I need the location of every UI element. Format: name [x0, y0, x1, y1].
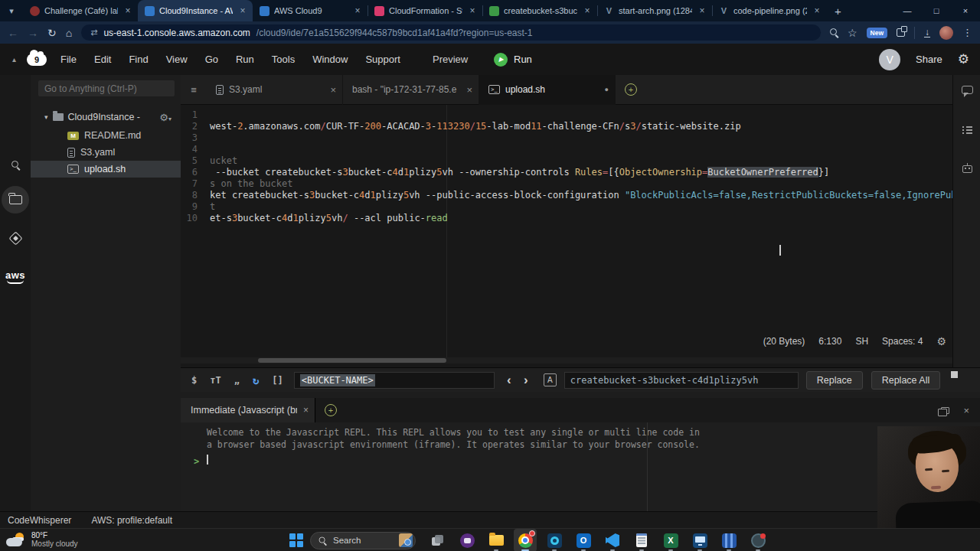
search-icon[interactable]	[0, 155, 31, 174]
find-previous-icon[interactable]: ‹	[501, 373, 518, 388]
editor-tab[interactable]: bash - "ip-172-31-77-85.e×	[343, 75, 479, 105]
aws-toolkit-icon[interactable]	[0, 228, 31, 248]
replace-all-button[interactable]: Replace All	[871, 371, 941, 390]
tab-close-icon[interactable]: ×	[237, 5, 248, 16]
match-case-toggle-icon[interactable]: тT	[210, 375, 220, 386]
site-info-icon[interactable]: ⇄	[90, 28, 97, 37]
editor-settings-gear-icon[interactable]: ⚙	[936, 335, 946, 347]
browser-tab[interactable]: Vcode-pipeline.png (2184×1038)×	[712, 0, 827, 21]
tab-close-icon[interactable]: ×	[582, 5, 593, 16]
syntax-mode[interactable]: SH	[855, 336, 868, 347]
preserve-case-icon[interactable]: A	[544, 373, 557, 386]
camera-app-icon[interactable]	[456, 529, 479, 551]
horizontal-scrollbar[interactable]	[181, 357, 952, 364]
tab-close-icon[interactable]: ×	[352, 5, 363, 16]
codewhisperer-status[interactable]: CodeWhisperer	[8, 515, 71, 526]
code-editor[interactable]: 12west-2.amazonaws.com/CUR-TF-200-ACACAD…	[181, 105, 952, 357]
tree-item-readme.md[interactable]: MREADME.md	[31, 127, 181, 144]
tab-close-icon[interactable]: ×	[303, 405, 309, 416]
chrome-icon[interactable]	[514, 529, 537, 551]
menu-view[interactable]: View	[166, 54, 188, 65]
collapse-menubar-icon[interactable]: ▴	[12, 55, 16, 64]
taskbar-search[interactable]: Search	[310, 532, 416, 549]
tab-search-icon[interactable]: ▾	[0, 6, 23, 16]
back-icon[interactable]: ←	[8, 27, 18, 39]
tab-close-icon[interactable]: ×	[466, 84, 472, 96]
window-minimize-button[interactable]: —	[893, 0, 922, 21]
notepad-icon[interactable]	[630, 529, 653, 551]
new-console-tab-button[interactable]: +	[325, 404, 337, 416]
window-close-button[interactable]: ×	[951, 0, 980, 21]
preferences-gear-icon[interactable]: ⚙	[958, 51, 969, 67]
home-icon[interactable]: ⌂	[66, 27, 72, 39]
bookmark-star-icon[interactable]: ☆	[848, 27, 858, 39]
user-avatar[interactable]: V	[879, 49, 900, 70]
zoom-search-icon[interactable]	[830, 28, 838, 37]
download-icon[interactable]: ↓	[924, 28, 930, 37]
aws-logo[interactable]: aws	[0, 265, 31, 288]
chevron-down-icon[interactable]: ▾	[44, 113, 48, 121]
excel-icon[interactable]: X	[659, 529, 682, 551]
browser-tab[interactable]: createbucket-s3bucket-c4d1pl×	[482, 0, 597, 21]
tree-root-folder[interactable]: ▾ Cloud9Instance - ⚙▾	[31, 109, 181, 126]
remote-desktop-icon[interactable]	[688, 529, 711, 551]
address-bar[interactable]: ⇄ us-east-1.console.aws.amazon.com/cloud…	[81, 24, 821, 41]
outlook-icon[interactable]: O	[572, 529, 595, 551]
close-panel-icon[interactable]: ×	[963, 405, 969, 416]
tab-close-icon[interactable]: ×	[812, 5, 822, 16]
menu-support[interactable]: Support	[365, 54, 400, 65]
browser-tab[interactable]: Cloud9Instance - AWS Cloud9×	[138, 0, 253, 21]
refresh-icon[interactable]: ↻	[47, 27, 57, 39]
start-button[interactable]	[289, 533, 303, 547]
tree-item-s3.yaml[interactable]: S3.yaml	[31, 144, 181, 161]
forward-icon[interactable]: →	[28, 27, 38, 39]
settings-app-icon[interactable]	[746, 529, 769, 551]
browser-tab[interactable]: Vstart-arch.png (1284×922)×	[597, 0, 712, 21]
tab-list-menu-icon[interactable]: ≡	[181, 84, 207, 96]
aws-profile-status[interactable]: AWS: profile:default	[91, 515, 172, 526]
outline-list-icon[interactable]	[953, 126, 980, 135]
find-input[interactable]: <BUCKET-NAME>	[294, 372, 495, 389]
tree-settings-gear-icon[interactable]: ⚙▾	[159, 112, 172, 123]
scrollbar-thumb[interactable]	[258, 358, 446, 363]
popout-panel-icon[interactable]	[941, 407, 949, 414]
browser-menu-icon[interactable]: ⋮	[962, 27, 972, 38]
replace-options-icon[interactable]	[951, 371, 958, 378]
new-feature-badge[interactable]: New	[867, 28, 887, 38]
weather-widget[interactable]: 80°F Mostly cloudy	[6, 531, 78, 548]
teams-app-icon[interactable]	[717, 529, 740, 551]
run-button[interactable]: ▶ Run	[494, 53, 532, 67]
immediate-tab[interactable]: Immediate (Javascript (br ×	[181, 398, 315, 422]
spaces-setting[interactable]: Spaces: 4	[882, 336, 923, 347]
menu-edit[interactable]: Edit	[94, 54, 111, 65]
editor-tab[interactable]: >_upload.sh●	[479, 75, 616, 105]
menu-file[interactable]: File	[60, 54, 77, 65]
regex-toggle-icon[interactable]: $	[191, 375, 197, 386]
tab-close-icon[interactable]: ×	[467, 5, 478, 16]
task-view-icon[interactable]	[426, 529, 449, 551]
browser-tab[interactable]: AWS Cloud9×	[253, 0, 368, 21]
whole-word-toggle-icon[interactable]: „	[234, 375, 240, 386]
file-tree-toggle-icon[interactable]	[0, 185, 31, 214]
tab-close-icon[interactable]: ×	[122, 5, 133, 16]
collections-icon[interactable]	[897, 28, 905, 37]
tab-close-icon[interactable]: ×	[330, 84, 336, 96]
browser-profile-avatar[interactable]	[939, 26, 953, 40]
chat-icon[interactable]	[953, 86, 980, 94]
share-button[interactable]: Share	[916, 54, 942, 65]
editor-tab[interactable]: S3.yaml×	[207, 75, 343, 105]
preview-button[interactable]: Preview	[433, 54, 468, 65]
codewhisperer-icon[interactable]	[953, 165, 980, 173]
menu-go[interactable]: Go	[205, 54, 218, 65]
menu-find[interactable]: Find	[129, 54, 148, 65]
browser-tab[interactable]: CloudFormation - Stack Create×	[368, 0, 482, 21]
find-next-icon[interactable]: ›	[518, 373, 534, 388]
new-tab-button[interactable]: +	[835, 5, 841, 18]
goto-anything-input[interactable]	[38, 80, 175, 96]
new-editor-tab-button[interactable]: +	[625, 83, 637, 96]
menu-window[interactable]: Window	[312, 54, 348, 65]
vscode-icon[interactable]	[601, 529, 624, 551]
menu-tools[interactable]: Tools	[272, 54, 295, 65]
tab-close-icon[interactable]: ×	[697, 5, 707, 16]
browser-tab[interactable]: Challenge (Café) lab: Automati×	[23, 0, 138, 21]
